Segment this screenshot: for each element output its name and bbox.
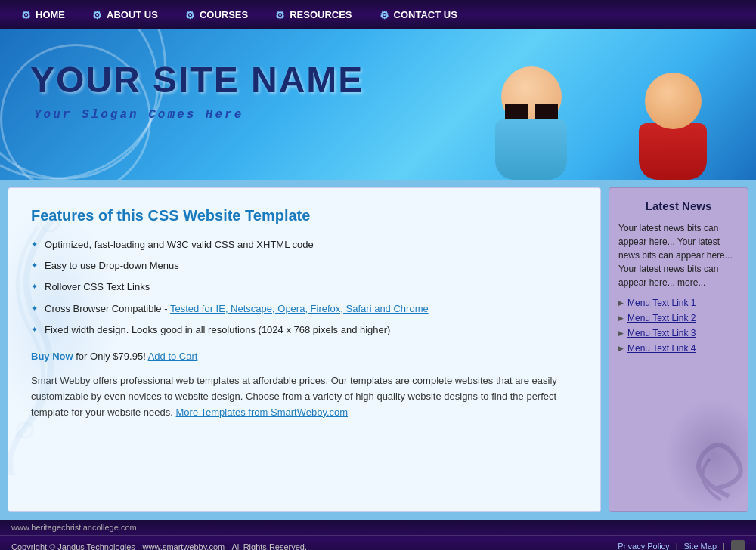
feature-list: Optimized, fast-loading and W3C valid CS…: [31, 238, 578, 337]
sidebar-list-item-3: Menu Text Link 3: [618, 327, 739, 338]
feature-item-3: Rollover CSS Text Links: [31, 280, 578, 294]
nav-label-home: HOME: [36, 9, 65, 20]
sidebar-list-item-4: Menu Text Link 4: [618, 342, 739, 354]
add-to-cart-link[interactable]: Add to Cart: [148, 351, 198, 362]
footer-links: Privacy Policy | Site Map |: [618, 540, 745, 550]
footer-divider-2: |: [723, 542, 727, 550]
content-area: Features of this CSS Website Template Op…: [8, 187, 601, 512]
nav-icon-about: ⚙: [92, 9, 103, 20]
footer-copyright: Copyright © Jandus Technologies - www.sm…: [11, 542, 307, 550]
buy-now-link[interactable]: Buy Now: [31, 351, 73, 362]
nav-icon-courses: ⚙: [185, 9, 196, 20]
feature-item-1: Optimized, fast-loading and W3C valid CS…: [31, 238, 578, 252]
buy-line: Buy Now for Only $79.95! Add to Cart: [31, 351, 578, 362]
feature-item-2: Easy to use Drop-down Menus: [31, 259, 578, 273]
nav-icon-contact: ⚙: [380, 9, 390, 20]
sidebar-link-1[interactable]: Menu Text Link 1: [627, 298, 696, 308]
site-name: YOUR SITE NAME: [30, 59, 364, 100]
privacy-policy-link[interactable]: Privacy Policy: [618, 542, 669, 550]
nav-icon-home: ⚙: [21, 9, 32, 20]
site-header: YOUR SITE NAME Your Slogan Comes Here: [0, 29, 756, 180]
feature-item-4: Cross Browser Compatible - Tested for IE…: [31, 302, 578, 316]
nav-label-courses: COURSES: [200, 9, 248, 20]
nav-item-home[interactable]: ⚙HOME: [8, 0, 79, 29]
sidebar-list-item-2: Menu Text Link 2: [618, 312, 739, 323]
header-kids-image: [438, 29, 756, 180]
site-map-link[interactable]: Site Map: [684, 542, 717, 550]
buy-price: for Only $79.95!: [76, 351, 146, 362]
footer-divider: |: [676, 542, 680, 550]
sidebar-title: Latest News: [618, 199, 739, 212]
more-templates-link[interactable]: More Templates from SmartWebby.com: [176, 406, 349, 418]
nav-icon-resources: ⚙: [275, 9, 286, 20]
cross-browser-link[interactable]: Tested for IE, Netscape, Opera, Firefox,…: [170, 303, 429, 314]
features-title: Features of this CSS Website Template: [31, 207, 578, 224]
feature-item-5: Fixed width design. Looks good in all re…: [31, 323, 578, 337]
sidebar-news-text: Your latest news bits can appear here...…: [618, 221, 739, 289]
sidebar-links: Menu Text Link 1Menu Text Link 2Menu Tex…: [618, 297, 739, 354]
nav-label-contact: CONTACT US: [394, 9, 457, 20]
main-wrapper: Features of this CSS Website Template Op…: [0, 180, 756, 520]
navbar: ⚙HOME⚙ABOUT US⚙COURSES⚙RESOURCES⚙CONTACT…: [0, 0, 756, 29]
nav-item-courses[interactable]: ⚙COURSES: [172, 0, 262, 29]
footer-domain: www.heritagechristiancollege.com: [0, 520, 756, 535]
sidebar-link-3[interactable]: Menu Text Link 3: [627, 328, 696, 338]
nav-label-about: ABOUT US: [107, 9, 158, 20]
nav-item-resources[interactable]: ⚙RESOURCES: [262, 0, 365, 29]
sidebar-swirl: [668, 428, 744, 504]
nav-label-resources: RESOURCES: [290, 9, 352, 20]
nav-item-contact[interactable]: ⚙CONTACT US: [366, 0, 471, 29]
description-text: Smart Webby offers professional web temp…: [31, 373, 578, 420]
svg-point-1: [17, 422, 33, 437]
sidebar: Latest News Your latest news bits can ap…: [609, 187, 748, 512]
sidebar-link-4[interactable]: Menu Text Link 4: [627, 343, 696, 354]
footer-icon: [731, 540, 745, 550]
nav-item-about[interactable]: ⚙ABOUT US: [79, 0, 172, 29]
footer: www.heritagechristiancollege.com Copyrig…: [0, 520, 756, 550]
footer-bottom: Copyright © Jandus Technologies - www.sm…: [0, 535, 756, 550]
site-slogan: Your Slogan Comes Here: [34, 108, 243, 122]
sidebar-link-2[interactable]: Menu Text Link 2: [627, 313, 696, 323]
sidebar-list-item-1: Menu Text Link 1: [618, 297, 739, 308]
cross-browser-label: Cross Browser Compatible -: [45, 303, 170, 314]
